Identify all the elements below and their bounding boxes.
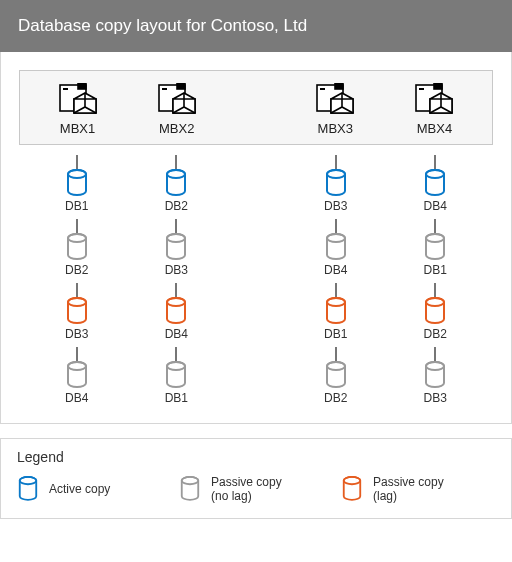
connector-line	[434, 219, 436, 233]
legend-text: Passive copy(lag)	[373, 475, 444, 504]
db-label: DB4	[424, 199, 447, 213]
db-copy: DB2	[423, 283, 447, 341]
server: MBX3	[286, 83, 385, 136]
server-label: MBX4	[417, 121, 452, 136]
legend-item: Active copy	[17, 476, 171, 502]
database-icon	[65, 233, 89, 261]
db-column: DB2 DB3 DB4 DB1	[127, 149, 227, 405]
database-icon	[423, 233, 447, 261]
server: MBX2	[127, 83, 226, 136]
db-label: DB2	[324, 391, 347, 405]
connector-line	[76, 283, 78, 297]
connector-line	[335, 283, 337, 297]
db-label: DB2	[424, 327, 447, 341]
db-grid: DB1 DB2 DB3 DB4 DB2 DB3	[19, 149, 493, 405]
db-label: DB1	[165, 391, 188, 405]
db-column: DB3 DB4 DB1 DB2	[286, 149, 386, 405]
db-copy: DB3	[423, 347, 447, 405]
db-copy: DB1	[65, 155, 89, 213]
database-icon	[341, 476, 363, 502]
svg-rect-1	[78, 83, 86, 89]
server-icon	[315, 83, 355, 117]
db-copy: DB3	[164, 219, 188, 277]
svg-rect-9	[335, 83, 343, 89]
connector-line	[175, 347, 177, 361]
diagram-area: MBX1 MBX2 MBX3 MBX4 DB1	[0, 52, 512, 424]
db-label: DB1	[324, 327, 347, 341]
server-icon	[58, 83, 98, 117]
legend-title: Legend	[17, 449, 495, 465]
server-icon	[157, 83, 197, 117]
db-copy: DB4	[423, 155, 447, 213]
db-label: DB3	[324, 199, 347, 213]
connector-line	[434, 347, 436, 361]
db-copy: DB4	[164, 283, 188, 341]
connector-line	[434, 283, 436, 297]
db-label: DB1	[424, 263, 447, 277]
db-copy: DB2	[164, 155, 188, 213]
db-label: DB3	[165, 263, 188, 277]
database-icon	[65, 169, 89, 197]
db-copy: DB2	[324, 347, 348, 405]
connector-line	[175, 283, 177, 297]
legend-row: Active copy Passive copy(no lag) Passive…	[17, 475, 495, 504]
svg-rect-10	[320, 88, 325, 90]
svg-rect-2	[63, 88, 68, 90]
page-title: Database copy layout for Contoso, Ltd	[0, 0, 512, 52]
db-label: DB4	[165, 327, 188, 341]
servers-row: MBX1 MBX2 MBX3 MBX4	[19, 70, 493, 145]
connector-line	[335, 155, 337, 169]
db-column: DB4 DB1 DB2 DB3	[385, 149, 485, 405]
database-icon	[65, 297, 89, 325]
db-label: DB2	[65, 263, 88, 277]
database-icon	[164, 169, 188, 197]
connector-line	[76, 347, 78, 361]
legend-text: Active copy	[49, 482, 110, 496]
connector-line	[76, 155, 78, 169]
database-icon	[65, 361, 89, 389]
svg-rect-5	[177, 83, 185, 89]
database-icon	[423, 169, 447, 197]
svg-rect-6	[162, 88, 167, 90]
connector-line	[175, 155, 177, 169]
database-icon	[324, 361, 348, 389]
db-column: DB1 DB2 DB3 DB4	[27, 149, 127, 405]
server: MBX4	[385, 83, 484, 136]
connector-line	[335, 347, 337, 361]
server-label: MBX1	[60, 121, 95, 136]
connector-line	[76, 219, 78, 233]
db-label: DB3	[65, 327, 88, 341]
db-label: DB3	[424, 391, 447, 405]
db-label: DB4	[65, 391, 88, 405]
database-icon	[17, 476, 39, 502]
connector-line	[175, 219, 177, 233]
server-icon	[414, 83, 454, 117]
db-copy: DB4	[65, 347, 89, 405]
database-icon	[324, 297, 348, 325]
server-label: MBX3	[318, 121, 353, 136]
database-icon	[164, 361, 188, 389]
db-copy: DB3	[65, 283, 89, 341]
database-icon	[324, 169, 348, 197]
connector-line	[434, 155, 436, 169]
server-label: MBX2	[159, 121, 194, 136]
svg-rect-14	[419, 88, 424, 90]
db-copy: DB2	[65, 219, 89, 277]
database-icon	[324, 233, 348, 261]
db-copy: DB3	[324, 155, 348, 213]
legend: Legend Active copy Passive copy(no lag) …	[0, 438, 512, 519]
server: MBX1	[28, 83, 127, 136]
database-icon	[164, 297, 188, 325]
legend-item: Passive copy(no lag)	[179, 475, 333, 504]
database-icon	[423, 297, 447, 325]
db-label: DB2	[165, 199, 188, 213]
database-icon	[423, 361, 447, 389]
database-icon	[164, 233, 188, 261]
db-copy: DB1	[164, 347, 188, 405]
legend-text: Passive copy(no lag)	[211, 475, 282, 504]
db-copy: DB1	[324, 283, 348, 341]
db-copy: DB1	[423, 219, 447, 277]
legend-item: Passive copy(lag)	[341, 475, 495, 504]
connector-line	[335, 219, 337, 233]
db-label: DB4	[324, 263, 347, 277]
